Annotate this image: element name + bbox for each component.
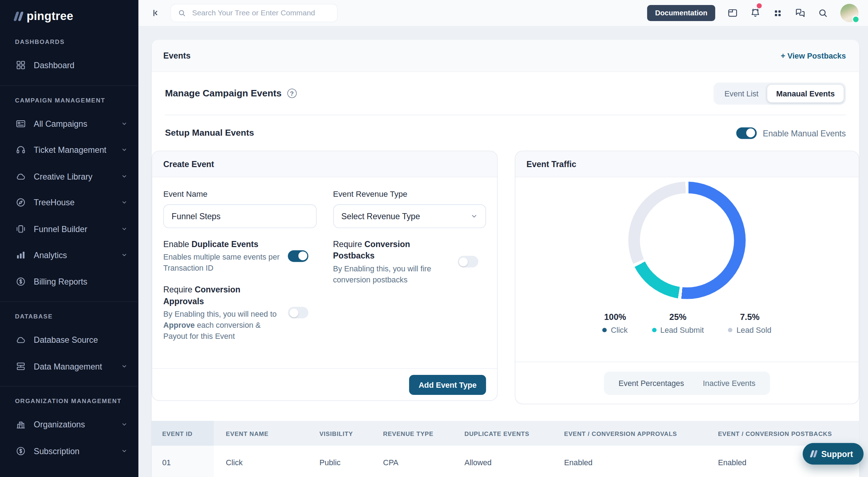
sidebar-item-dashboard[interactable]: Dashboard [0,52,138,79]
cards-row: Create Event Event Name Enable Duplicate… [152,151,859,404]
revenue-type-select[interactable]: Select Revenue Type [333,204,486,228]
duplicate-events-text: Enable Duplicate Events Enables multiple… [163,238,288,273]
col-header-conversion-approvals: EVENT / CONVERSION APPROVALS [552,421,706,446]
create-event-body: Event Name Enable Duplicate Events Enabl… [152,177,497,368]
create-event-card: Create Event Event Name Enable Duplicate… [152,151,498,401]
user-avatar[interactable] [840,4,858,22]
add-event-type-button[interactable]: Add Event Type [409,375,486,395]
tab-event-percentages[interactable]: Event Percentages [619,378,684,387]
bar-chart-icon [15,250,26,261]
dollar-circle-icon [15,276,26,287]
sidebar-item-data-management[interactable]: Data Management [0,353,138,380]
chevron-down-icon [470,213,478,220]
chevron-down-icon [121,226,127,232]
sidebar-item-label: All Campaigns [34,119,87,128]
chevron-down-icon [121,252,127,258]
documentation-button[interactable]: Documentation [647,5,715,21]
section-label: ORGANIZATION MANAGEMENT [0,387,138,412]
main-content: Events + View Postbacks Manage Campaign … [138,26,868,477]
section-label: DATABASE [0,302,138,327]
form-col-left: Event Name Enable Duplicate Events Enabl… [163,185,317,342]
logo-text: pingtree [26,9,73,22]
tab-event-list[interactable]: Event List [716,85,767,102]
server-icon [15,361,26,372]
chart-legend: 100% Click 25% Lead Submit 7.5% Lead Sol… [515,312,859,335]
duplicate-events-toggle[interactable] [288,250,308,262]
sidebar-item-analytics[interactable]: Analytics [0,242,138,268]
events-page-card: Events + View Postbacks Manage Campaign … [152,40,859,477]
global-search [171,4,337,21]
legend-dot [602,328,607,332]
col-header-event-name: EVENT NAME [214,421,307,446]
sidebar-item-creative-library[interactable]: Creative Library [0,163,138,190]
chevron-down-icon [121,200,127,206]
pingtree-logo-icon [810,450,817,457]
conversion-approvals-toggle[interactable] [288,307,308,318]
events-header: Events + View Postbacks [152,40,859,72]
cloud-icon [15,171,26,182]
sidebar-item-all-campaigns[interactable]: All Campaigns [0,110,138,137]
cell-revenue-type: CPA [371,446,452,477]
event-name-field[interactable] [163,204,317,228]
events-table: EVENT ID EVENT NAME VISIBILITY REVENUE T… [152,421,859,477]
campaigns-card-icon [15,118,26,129]
search-icon[interactable] [818,8,828,18]
chat-icon[interactable] [795,8,805,18]
conversion-postbacks-toggle[interactable] [458,256,478,268]
enable-manual-events-control: Enable Manual Events [736,127,846,139]
sidebar-item-funnel-builder[interactable]: Funnel Builder [0,216,138,242]
sidebar-item-treehouse[interactable]: TreeHouse [0,189,138,216]
view-postbacks-link[interactable]: + View Postbacks [781,51,846,60]
sidebar-item-label: Ticket Management [34,145,106,155]
sidebar-item-label: Creative Library [34,171,92,181]
sidebar-item-ticket-management[interactable]: Ticket Management [0,137,138,163]
sidebar-item-label: Analytics [34,250,67,260]
dashboard-icon [15,60,26,71]
pingtree-logo-icon [14,11,24,21]
form-col-right: Event Revenue Type Select Revenue Type [333,185,486,342]
chevron-down-icon [121,448,127,454]
apps-grid-icon[interactable] [773,8,783,18]
sidebar-item-subscription[interactable]: Subscription [0,438,138,464]
tab-inactive-events[interactable]: Inactive Events [703,378,755,387]
col-header-revenue-type: REVENUE TYPE [371,421,452,446]
event-traffic-footer: Event Percentages Inactive Events [515,362,859,404]
cell-event-id: 01 [152,446,214,477]
window-icon[interactable] [727,8,738,18]
col-header-visibility: VISIBILITY [307,421,371,446]
sidebar-collapse-icon[interactable] [151,8,160,17]
col-header-conversion-postbacks: EVENT / CONVERSION POSTBACKS [706,421,859,446]
help-icon[interactable]: ? [287,89,296,98]
sidebar-nav: DASHBOARDS Dashboard CAMPAIGN MANAGEMENT… [0,27,138,471]
cloud-icon [15,334,26,345]
topbar-actions: Documentation [647,4,868,22]
cell-conversion-approvals: Enabled [552,446,706,477]
section-title: Manage Campaign Events ? [165,88,297,99]
topbar: Documentation [138,0,868,26]
revenue-type-value: Select Revenue Type [341,211,420,221]
manage-title-text: Manage Campaign Events [165,88,282,99]
sidebar-item-label: Billing Reports [34,277,87,286]
columns-icon [15,223,26,234]
conversion-approvals-text: Require Conversion Approvals By Enabling… [163,283,288,342]
search-input[interactable] [191,8,330,17]
tab-manual-events[interactable]: Manaual Events [767,85,844,102]
sidebar-item-label: Subscription [34,446,80,456]
sidebar-item-database-source[interactable]: Database Source [0,327,138,353]
sidebar-item-organizations[interactable]: Organizations [0,411,138,438]
support-button[interactable]: Support [803,443,864,464]
col-header-duplicate-events: DUPLICATE EVENTS [452,421,552,446]
chevron-down-icon [121,422,127,428]
nav-section-campaign-management: CAMPAIGN MANAGEMENT All Campaigns Ticket… [0,85,138,301]
duplicate-events-toggle-row: Enable Duplicate Events Enables multiple… [163,238,317,273]
table-row[interactable]: 01 Click Public CPA Allowed Enabled Enab… [152,446,859,477]
pingtree-logo[interactable]: pingtree [0,0,138,23]
sidebar-item-billing-reports[interactable]: Billing Reports [0,268,138,295]
enable-manual-events-toggle[interactable] [736,127,757,139]
cell-event-name: Click [214,446,307,477]
headset-icon [15,144,26,155]
bell-icon[interactable] [750,8,761,18]
conversion-postbacks-toggle-row: Require Conversion Postbacks By Enabling… [333,238,486,285]
traffic-footer-tabs: Event Percentages Inactive Events [604,371,770,395]
legend-dot [728,328,732,332]
